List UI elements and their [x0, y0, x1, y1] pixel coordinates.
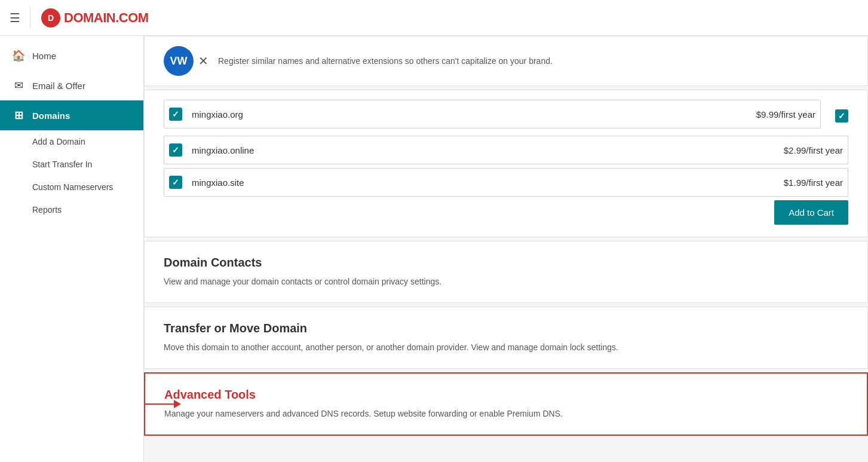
domain-contacts-card: Domain Contacts View and manage your dom… — [144, 241, 868, 303]
domain-name-0: mingxiao.org — [192, 109, 756, 120]
content-area: VW ✕ Register similar names and alternat… — [144, 36, 868, 462]
domain-row-0: mingxiao.org $9.99/first year — [164, 100, 821, 128]
domain-row-1: mingxiao.online $2.99/first year — [164, 136, 848, 164]
domain-name-1: mingxiao.online — [192, 145, 784, 155]
transfer-domain-title: Transfer or Move Domain — [164, 322, 848, 335]
advanced-tools-desc: Manage your nameservers and advanced DNS… — [164, 408, 848, 420]
domains-icon: ⊞ — [12, 109, 25, 122]
custom-nameservers-label: Custom Nameservers — [32, 182, 113, 192]
sidebar-sub-item-add-domain[interactable]: Add a Domain — [0, 130, 143, 153]
domain-price-2: $1.99/first year — [784, 178, 843, 188]
advanced-tools-wrapper: Advanced Tools Manage your nameservers a… — [144, 372, 868, 436]
add-to-cart-button[interactable]: Add to Cart — [774, 200, 848, 225]
brand-icons: VW ✕ — [164, 46, 208, 76]
brand-arrow-icon: ✕ — [198, 54, 208, 68]
arrow-line — [144, 403, 174, 405]
home-icon: 🏠 — [12, 49, 25, 62]
email-icon: ✉ — [12, 79, 25, 92]
sidebar-sub-item-reports[interactable]: Reports — [0, 198, 143, 221]
logo-icon: D — [40, 7, 62, 29]
sidebar-item-email-label: Email & Offer — [32, 81, 85, 91]
main-layout: 🏠 Home ✉ Email & Offer ⊞ Domains Add a D… — [0, 36, 868, 462]
domain-name-2: mingxiao.site — [192, 178, 784, 188]
brand-circle-vw: VW — [164, 46, 194, 76]
svg-text:D: D — [48, 13, 54, 23]
domain-list-section: mingxiao.org $9.99/first year mingxiao.o… — [144, 90, 868, 237]
sidebar-item-domains[interactable]: ⊞ Domains — [0, 100, 143, 130]
reports-label: Reports — [32, 205, 62, 215]
domain-contacts-title: Domain Contacts — [164, 256, 848, 270]
domain-price-0: $9.99/first year — [756, 109, 815, 120]
sidebar-item-email[interactable]: ✉ Email & Offer — [0, 71, 143, 100]
domain-checkbox-0[interactable] — [169, 108, 182, 121]
domain-checkbox-2[interactable] — [169, 176, 182, 189]
sidebar-item-home[interactable]: 🏠 Home — [0, 41, 143, 71]
advanced-tools-card: Advanced Tools Manage your nameservers a… — [144, 372, 868, 436]
brand-protection-desc: Register similar names and alternative e… — [218, 55, 553, 68]
transfer-domain-desc: Move this domain to another account, ano… — [164, 341, 848, 354]
sidebar-item-domains-label: Domains — [32, 111, 70, 121]
domain-right-check-0 — [835, 109, 848, 123]
domain-contacts-desc: View and manage your domain contacts or … — [164, 276, 848, 288]
brand-protection-section: VW ✕ Register similar names and alternat… — [144, 36, 868, 86]
domain-checkbox-1[interactable] — [169, 143, 182, 157]
add-domain-label: Add a Domain — [32, 137, 85, 146]
arrowhead — [174, 400, 181, 408]
logo: D DOMAIN.COM — [40, 7, 149, 29]
arrow-annotation — [144, 400, 181, 408]
topbar-divider — [30, 7, 30, 29]
sidebar: 🏠 Home ✉ Email & Offer ⊞ Domains Add a D… — [0, 36, 144, 462]
topbar: ☰ D DOMAIN.COM — [0, 0, 868, 36]
domain-row-2: mingxiao.site $1.99/first year — [164, 168, 848, 197]
transfer-domain-card: Transfer or Move Domain Move this domain… — [144, 307, 868, 369]
logo-text: DOMAIN.COM — [64, 10, 149, 26]
sidebar-sub-item-custom-nameservers[interactable]: Custom Nameservers — [0, 176, 143, 198]
domain-price-1: $2.99/first year — [784, 145, 843, 155]
menu-icon[interactable]: ☰ — [10, 11, 20, 25]
sidebar-sub-item-start-transfer[interactable]: Start Transfer In — [0, 153, 143, 176]
sidebar-item-home-label: Home — [32, 51, 56, 61]
start-transfer-label: Start Transfer In — [32, 160, 92, 169]
advanced-tools-title: Advanced Tools — [164, 388, 848, 402]
